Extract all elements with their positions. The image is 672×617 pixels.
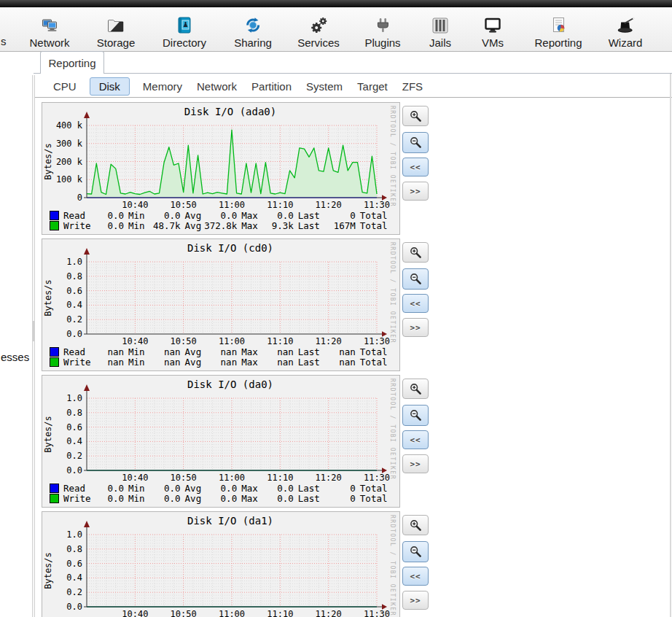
legend-min-label: Min <box>128 346 145 357</box>
svg-text:0.2: 0.2 <box>66 451 82 461</box>
toolbar-item-wizard[interactable]: Wizard <box>609 10 643 49</box>
svg-text:11:30: 11:30 <box>364 200 390 209</box>
tab-reporting[interactable]: Reporting <box>40 51 104 74</box>
legend-total-value: 167M <box>323 220 356 231</box>
svg-text:11:30: 11:30 <box>364 473 390 482</box>
svg-text:11:00: 11:00 <box>219 473 245 482</box>
tab-zfs[interactable]: ZFS <box>401 78 424 95</box>
toolbar-item-storage[interactable]: Storage <box>97 10 136 49</box>
svg-text:10:40: 10:40 <box>122 200 148 209</box>
magnifier-minus-icon <box>410 409 422 422</box>
svg-text:RRDTOOL / TOBI OETIKER: RRDTOOL / TOBI OETIKER <box>389 379 396 480</box>
chart-legend-da0: Read0.0Min0.0Avg0.0Max0.0Last0TotalWrite… <box>50 483 398 503</box>
legend-avg-label: Avg <box>185 493 202 504</box>
legend-total-value: nan <box>323 346 356 357</box>
tab-memory[interactable]: Memory <box>141 78 184 95</box>
toolbar-item-label: Directory <box>163 36 206 49</box>
legend-total-value: 0 <box>323 483 356 494</box>
tab-system[interactable]: System <box>305 78 344 95</box>
storage-icon <box>106 10 125 35</box>
toolbar-item-vms[interactable]: VMs <box>482 10 504 49</box>
legend-last-value: nan <box>261 346 294 357</box>
toolbar-item-label: Wizard <box>609 36 643 49</box>
tab-disk[interactable]: Disk <box>90 77 130 96</box>
legend-last-value: 9.3k <box>261 220 294 231</box>
legend-total-value: nan <box>323 357 356 368</box>
scroll-back-arrows-label: << <box>410 435 421 445</box>
chart-cd0-scroll-forward-button[interactable]: >> <box>402 318 429 337</box>
tab-partition[interactable]: Partition <box>250 78 293 95</box>
legend-max-value: nan <box>204 346 237 357</box>
chart-da1-scroll-forward-button[interactable]: >> <box>402 591 429 610</box>
toolbar-item-reporting[interactable]: Reporting <box>534 10 582 49</box>
legend-max-label: Max <box>241 346 258 357</box>
legend-total-label: Total <box>360 346 388 357</box>
tab-network[interactable]: Network <box>195 78 238 95</box>
toolbar-item-sharing[interactable]: Sharing <box>234 10 272 49</box>
toolbar-item-network[interactable]: Network <box>29 10 69 49</box>
chart-ada0-zoom-out-button[interactable] <box>402 132 429 153</box>
scroll-forward-arrows-label: >> <box>410 459 421 469</box>
legend-max-value: 0.0 <box>204 483 237 494</box>
svg-text:11:10: 11:10 <box>267 473 293 482</box>
chart-ada0-scroll-forward-button[interactable]: >> <box>402 182 429 201</box>
sidebar-splitter[interactable] <box>32 75 35 617</box>
chart-cd0-zoom-in-button[interactable] <box>402 242 429 263</box>
chart-da0-scroll-back-button[interactable]: << <box>402 430 429 449</box>
toolbar-item-services[interactable]: Services <box>297 10 340 49</box>
svg-text:Disk I/O (cd0): Disk I/O (cd0) <box>187 242 273 254</box>
right-pane-border <box>670 74 671 617</box>
legend-row-write: Write0.0Min0.0Avg0.0Max0.0Last0Total <box>50 493 398 503</box>
svg-text:100 k: 100 k <box>56 174 83 185</box>
legend-min-value: 0.0 <box>91 220 124 231</box>
legend-total-label: Total <box>360 210 388 221</box>
directory-icon <box>175 10 194 35</box>
scroll-back-arrows-label: << <box>410 572 421 581</box>
chart-cd0-zoom-out-button[interactable] <box>402 268 429 290</box>
read-series-swatch-icon <box>50 347 59 357</box>
legend-max-label: Max <box>241 357 258 368</box>
scroll-forward-arrows-label: >> <box>410 596 421 605</box>
legend-avg-label: Avg <box>185 346 202 357</box>
chart-ada0-zoom-in-button[interactable] <box>402 106 429 126</box>
legend-total-label: Total <box>360 357 388 368</box>
toolbar-item-plugins[interactable]: Plugins <box>364 10 400 49</box>
svg-text:11:20: 11:20 <box>316 336 342 346</box>
chart-row-ada0: 0100 k200 k300 k400 k10:4010:5011:0011:1… <box>42 102 429 235</box>
legend-last-value: nan <box>261 357 294 368</box>
tab-cpu[interactable]: CPU <box>52 78 78 95</box>
legend-min-label: Min <box>128 210 145 221</box>
toolbar-item-partial-label[interactable]: s <box>1 35 7 47</box>
chart-cd0-scroll-back-button[interactable]: << <box>402 294 429 313</box>
toolbar-item-directory[interactable]: Directory <box>163 10 206 49</box>
toolbar-item-jails[interactable]: Jails <box>429 10 451 49</box>
jails-icon <box>431 10 450 35</box>
magnifier-minus-icon <box>410 136 422 149</box>
toolbar-item-label: Plugins <box>364 36 400 49</box>
legend-max-value: 0.0 <box>204 493 237 504</box>
chart-da1-zoom-out-button[interactable] <box>402 541 429 562</box>
legend-last-value: 0.0 <box>261 210 294 221</box>
tab-strip-border <box>34 73 672 74</box>
chart-da1-zoom-in-button[interactable] <box>402 515 429 535</box>
svg-text:11:00: 11:00 <box>219 609 245 617</box>
chart-panel-cd0: 0.00.20.40.60.81.010:4010:5011:0011:1011… <box>42 238 400 371</box>
legend-last-label: Last <box>298 357 320 368</box>
legend-max-label: Max <box>241 483 258 494</box>
legend-last-label: Last <box>298 220 320 231</box>
chart-da1-scroll-back-button[interactable]: << <box>402 567 429 586</box>
write-series-swatch-icon <box>50 357 59 367</box>
magnifier-plus-icon <box>410 519 422 532</box>
chart-image-da0: 0.00.20.40.60.81.010:4010:5011:0011:1011… <box>42 376 400 482</box>
chart-row-da0: 0.00.20.40.60.81.010:4010:5011:0011:1011… <box>42 375 429 508</box>
legend-max-label: Max <box>241 220 258 231</box>
legend-max-value: nan <box>204 357 237 368</box>
svg-text:10:40: 10:40 <box>122 609 148 617</box>
chart-da0-zoom-in-button[interactable] <box>402 379 429 399</box>
charts-container: 0100 k200 k300 k400 k10:4010:5011:0011:1… <box>42 102 429 617</box>
chart-ada0-scroll-back-button[interactable]: << <box>402 158 429 176</box>
tab-target[interactable]: Target <box>356 78 389 95</box>
chart-da0-scroll-forward-button[interactable]: >> <box>402 454 429 473</box>
sharing-icon <box>243 10 262 35</box>
chart-da0-zoom-out-button[interactable] <box>402 405 429 426</box>
